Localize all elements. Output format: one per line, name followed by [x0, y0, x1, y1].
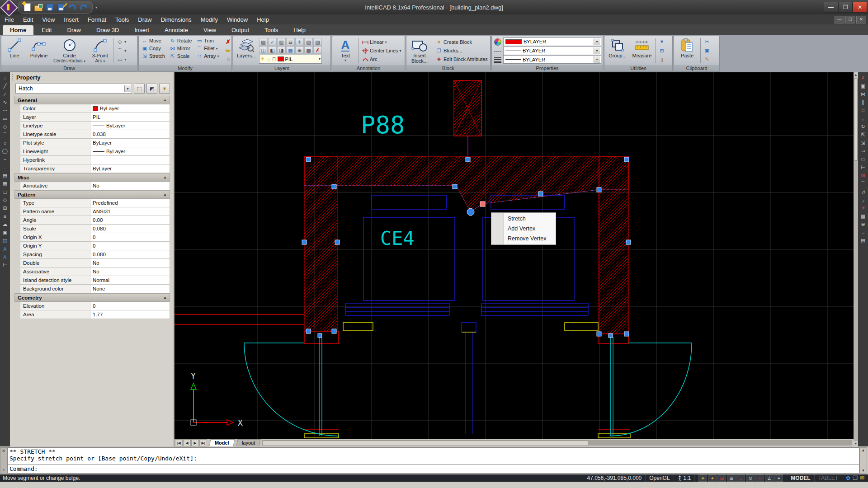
insert-block-button[interactable]: InsertBlock... — [408, 37, 431, 65]
trim-icon[interactable]: ▭ — [859, 155, 867, 163]
cut-icon[interactable]: ✂ — [703, 38, 712, 46]
layer-freeze-icon[interactable]: ▧ — [304, 38, 313, 46]
renderer-indicator[interactable]: OpenGL — [645, 474, 673, 482]
dimension-icon[interactable]: ⊢ — [1, 261, 9, 269]
chamfer-icon[interactable]: ⊿ — [859, 188, 867, 196]
fillet-icon[interactable]: ◞ — [859, 196, 867, 204]
layer-lock-icon[interactable]: ⊟ — [286, 38, 295, 46]
move-button[interactable]: ↔Move — [140, 37, 166, 45]
menu-dimensions[interactable]: Dimensions — [156, 15, 196, 24]
polygon-tool-icon[interactable]: ◇▾ — [115, 38, 127, 46]
property-value[interactable]: 0.038 — [90, 130, 170, 138]
properties-icon[interactable]: ▤ — [859, 237, 867, 244]
layer-previous-icon[interactable]: ▥ — [277, 38, 286, 46]
delete-icon[interactable]: ✗ — [224, 38, 233, 46]
redo-icon[interactable] — [79, 3, 89, 12]
ortho-icon[interactable]: ∟ — [736, 474, 745, 482]
grid-icon[interactable]: ⊞ — [727, 474, 736, 482]
close-button[interactable]: ✕ — [853, 2, 867, 13]
point-icon[interactable]: · — [1, 164, 9, 171]
vertical-scrollbar[interactable]: ▲▼ — [854, 72, 858, 446]
menu-edit[interactable]: Edit — [19, 15, 38, 24]
wipeout-icon[interactable]: ≡ — [1, 212, 9, 220]
list-icon[interactable]: ▯ — [657, 56, 666, 63]
command-scrollbar[interactable]: ▲▼ — [859, 447, 867, 473]
circle-button[interactable]: Circle Center-Radius ▾ — [52, 37, 87, 65]
doc-minimize-button[interactable]: — — [835, 16, 844, 23]
menu-window[interactable]: Window — [222, 15, 252, 24]
array-icon[interactable]: ∷ — [859, 107, 867, 114]
context-menu-item-stretch[interactable]: Stretch — [491, 214, 556, 224]
entity-type-combo[interactable]: Hatch▾ — [15, 84, 132, 94]
create-block-button[interactable]: ✦Create Block — [434, 38, 489, 46]
ribbon-tab-insert[interactable]: Insert — [127, 25, 156, 35]
scale-icon[interactable]: ⇱ — [859, 131, 867, 139]
osnap-icon[interactable]: ⊹ — [755, 474, 764, 482]
copy-icon[interactable]: ▣ — [859, 82, 867, 90]
layer-isolate-icon[interactable]: ◫ — [259, 46, 268, 54]
color-combo[interactable]: BYLAYER▾ — [503, 38, 601, 46]
revision-cloud-icon[interactable]: ☁ — [1, 221, 9, 228]
prev-tab-icon[interactable]: ◀ — [183, 439, 191, 446]
property-value[interactable]: 1.77 — [90, 310, 170, 319]
layer-match-icon[interactable]: ⊞ — [295, 46, 304, 54]
measure-button[interactable]: Measure — [630, 37, 654, 65]
annotation-scale[interactable]: 1:1 — [674, 474, 695, 482]
polygon-icon[interactable]: ◇ — [1, 123, 9, 131]
menu-tools[interactable]: Tools — [111, 15, 133, 24]
section-header-general[interactable]: General▲ — [14, 96, 170, 104]
arc-tool-icon[interactable]: ⌒▾ — [115, 47, 127, 55]
ribbon-tab-output[interactable]: Output — [224, 25, 256, 35]
property-value[interactable]: 0.080 — [90, 250, 170, 258]
filter-icon[interactable]: ▼ — [657, 38, 666, 46]
menu-insert[interactable]: Insert — [59, 15, 83, 24]
match-properties-icon[interactable]: ✎ — [703, 56, 712, 63]
command-input[interactable]: Command: — [8, 465, 859, 473]
linetype-combo[interactable]: BYLAYER▾ — [503, 47, 601, 55]
tablet-toggle[interactable]: TABLET — [814, 474, 842, 482]
boundary-icon[interactable]: □ — [1, 188, 9, 196]
property-value[interactable]: 0.00 — [90, 216, 170, 224]
explode-icon[interactable]: ✏ — [224, 47, 233, 55]
hatch-icon[interactable]: ▤ — [1, 172, 9, 179]
property-value[interactable]: 0.080 — [90, 225, 170, 233]
section-header-misc[interactable]: Misc▲ — [14, 173, 170, 182]
ribbon-tab-draw-3d[interactable]: Draw 3D — [89, 25, 127, 35]
menu-view[interactable]: View — [38, 15, 59, 24]
lengthen-icon[interactable]: ⊸ — [859, 147, 867, 155]
next-tab-icon[interactable]: ▶ — [191, 439, 199, 446]
join-icon[interactable]: ○ — [224, 56, 233, 63]
property-value[interactable]: Normal — [90, 276, 170, 284]
copy-clip-icon[interactable]: ▣ — [703, 47, 712, 55]
stretch-icon[interactable]: ⇲ — [859, 139, 867, 147]
tab-model[interactable]: Model — [209, 439, 235, 446]
doc-close-button[interactable]: ✕ — [856, 16, 866, 23]
property-value[interactable]: No — [90, 267, 170, 276]
model-space-toggle[interactable]: MODEL — [787, 474, 814, 482]
ellipse-icon[interactable]: ◯ — [1, 147, 9, 155]
layer-hide-icon[interactable]: ◨ — [277, 46, 286, 54]
lwt-icon[interactable]: ☀ — [698, 474, 707, 482]
property-value[interactable]: ByLayer — [90, 104, 170, 113]
property-value[interactable]: ANSI31 — [90, 207, 170, 216]
new-file-icon[interactable] — [22, 3, 32, 12]
lineweight-combo[interactable]: BYLAYER▾ — [503, 55, 601, 64]
blocks-button[interactable]: ❐Blocks... — [434, 47, 489, 55]
trim-button[interactable]: ▭Trim — [195, 37, 220, 45]
ribbon-tab-tools[interactable]: Tools — [257, 25, 285, 35]
crosshair-icon[interactable]: + — [774, 474, 783, 482]
rectangle-tool-icon[interactable]: ▭▾ — [115, 56, 127, 63]
polyline-icon[interactable]: ∿ — [1, 99, 9, 106]
spline-icon[interactable]: ~ — [1, 155, 9, 163]
menu-format[interactable]: Format — [83, 15, 111, 24]
arc-icon[interactable]: ⌒ — [1, 131, 9, 139]
property-value[interactable]: 0 — [90, 302, 170, 310]
paste-button[interactable]: Paste — [675, 37, 699, 65]
pick-add-icon[interactable]: ⬚ — [134, 84, 145, 94]
save-as-icon[interactable] — [56, 3, 66, 12]
table-icon[interactable]: ⊞ — [1, 204, 9, 212]
undo-icon[interactable] — [67, 3, 77, 12]
layer-combo[interactable]: ☀ ☼ ⊓ PIL ▾ — [259, 55, 322, 64]
esnap-settings-icon[interactable]: ✦ — [708, 474, 717, 482]
quick-group-icon[interactable]: ⊞ — [657, 47, 666, 55]
